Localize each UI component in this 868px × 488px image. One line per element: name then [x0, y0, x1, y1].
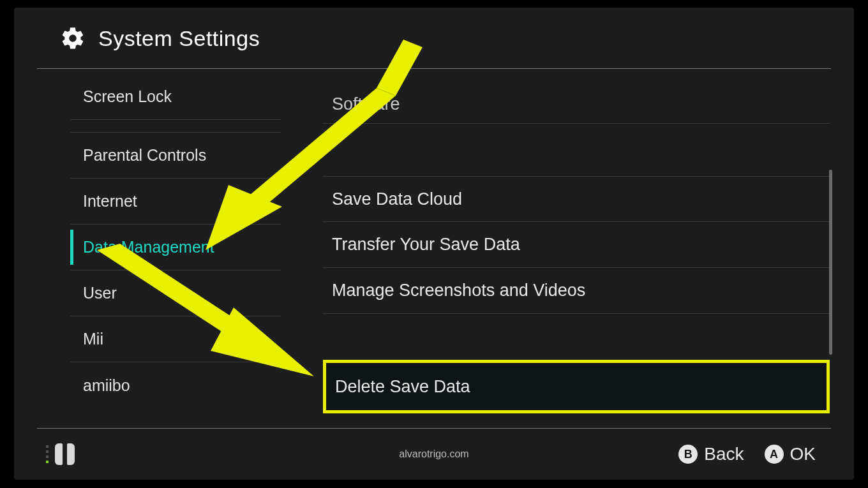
back-label: Back [704, 444, 744, 464]
main-item-label: Delete Save Data [335, 377, 470, 397]
footer: alvarotrigo.com B Back A OK [14, 429, 854, 480]
sidebar-item-label: Screen Lock [83, 87, 172, 106]
page-title: System Settings [98, 26, 260, 51]
sidebar-item-mii[interactable]: Mii [70, 316, 281, 362]
footer-buttons: B Back A OK [678, 444, 816, 464]
main-item-label: Save Data Cloud [332, 189, 462, 209]
settings-screen: System Settings Screen Lock Parental Con… [14, 8, 854, 480]
b-button-icon: B [678, 445, 698, 464]
main-item-manage-screenshots[interactable]: Manage Screenshots and Videos [323, 268, 830, 314]
sidebar-item-label: Internet [83, 192, 137, 211]
main-spacer [323, 314, 830, 360]
sidebar-item-label: Data Management [83, 238, 214, 256]
main-item-save-data-cloud[interactable]: Save Data Cloud [323, 176, 830, 222]
main-item-delete-save-data[interactable]: Delete Save Data [323, 360, 830, 413]
sidebar-item-label: Parental Controls [83, 146, 206, 165]
sidebar: Screen Lock Parental Controls Internet D… [70, 74, 281, 413]
sidebar-item-label: amiibo [83, 376, 130, 395]
scrollbar[interactable] [829, 170, 832, 355]
main-item-software[interactable]: Software [323, 74, 830, 124]
back-button[interactable]: B Back [678, 444, 744, 464]
sidebar-item-amiibo[interactable]: amiibo [70, 362, 281, 408]
sidebar-item-label: User [83, 284, 117, 302]
sidebar-item-user[interactable]: User [70, 270, 281, 316]
gear-icon [60, 26, 86, 51]
main-item-label: Manage Screenshots and Videos [332, 281, 585, 300]
main-item-label: Software [332, 94, 400, 114]
sidebar-item-internet[interactable]: Internet [70, 179, 281, 225]
a-button-icon: A [765, 445, 784, 464]
main-item-label: Transfer Your Save Data [332, 235, 520, 255]
ok-label: OK [790, 444, 816, 464]
sidebar-item-data-management[interactable]: Data Management [70, 225, 281, 270]
header: System Settings [14, 8, 854, 69]
main-group-gap [323, 124, 830, 176]
header-divider [37, 68, 831, 69]
main-panel: Software Save Data Cloud Transfer Your S… [323, 74, 830, 413]
sidebar-item-parental-controls[interactable]: Parental Controls [70, 133, 281, 179]
sidebar-item-screen-lock[interactable]: Screen Lock [70, 74, 281, 120]
sidebar-group-divider [70, 120, 281, 133]
sidebar-item-label: Mii [83, 330, 103, 348]
main-item-transfer-save-data[interactable]: Transfer Your Save Data [323, 222, 830, 268]
ok-button[interactable]: A OK [765, 444, 816, 464]
